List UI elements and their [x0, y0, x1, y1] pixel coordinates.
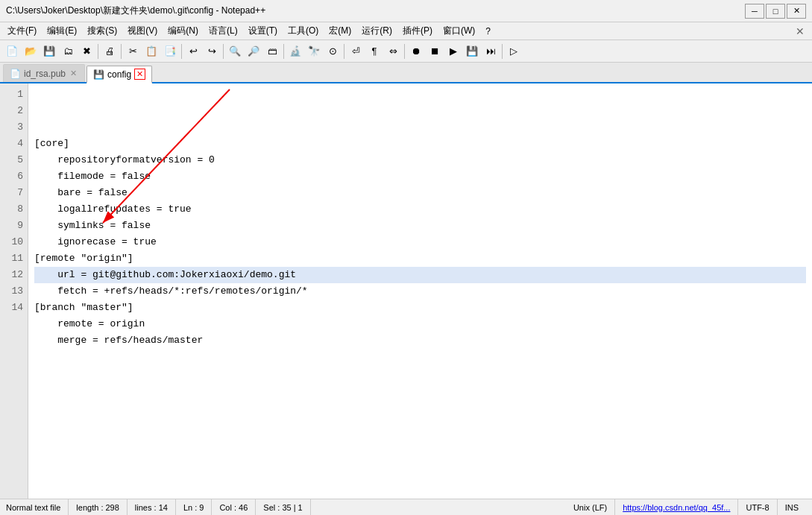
tb-findinnext[interactable]: 🗃 — [263, 42, 281, 60]
code-line-11: [branch "master"] — [34, 300, 806, 316]
tb-cut[interactable]: ✂ — [124, 42, 142, 60]
line-number-6: 6 — [6, 168, 23, 185]
line-number-4: 4 — [6, 136, 23, 152]
line-number-9: 9 — [6, 218, 23, 234]
tb-undo[interactable]: ↩ — [184, 42, 202, 60]
line-number-8: 8 — [6, 201, 23, 218]
toolbar-sep-2 — [121, 44, 122, 59]
status-encoding: Unix (LF) — [566, 499, 615, 515]
menu-run[interactable]: 运行(R) — [357, 24, 397, 39]
menu-tools[interactable]: 工具(O) — [283, 24, 323, 39]
code-line-4: bare = false — [34, 185, 806, 201]
tab-close-icon[interactable]: ✕ — [69, 69, 78, 78]
tabs-bar: 📄 id_rsa.pub ✕ 💾 config ✕ — [0, 63, 812, 83]
code-line-12: remote = origin — [34, 316, 806, 332]
code-line-13: merge = refs/heads/master — [34, 332, 806, 349]
code-line-9: url = git@github.com:Jokerxiaoxi/demo.gi… — [34, 267, 806, 283]
menu-search[interactable]: 搜索(S) — [83, 24, 122, 39]
line-number-14: 14 — [6, 300, 23, 316]
tab-label: config — [107, 69, 131, 80]
status-ins: INS — [778, 499, 806, 515]
tb-paste[interactable]: 📑 — [161, 42, 179, 60]
code-line-10: fetch = +refs/heads/*:refs/remotes/origi… — [34, 283, 806, 300]
toolbar-sep-6 — [344, 44, 344, 59]
tab-label: id_rsa.pub — [24, 69, 66, 79]
tb-new[interactable]: 📄 — [3, 42, 21, 60]
line-number-13: 13 — [6, 283, 23, 300]
col-text: Col : 46 — [219, 503, 248, 512]
title-bar: C:\Users\Joker\Desktop\新建文件夹\demo\.git\c… — [0, 0, 812, 22]
menu-help[interactable]: ? — [481, 24, 495, 39]
code-line-3: filemode = false — [34, 168, 806, 185]
menu-language[interactable]: 语言(L) — [204, 24, 242, 39]
minimize-button[interactable]: ─ — [745, 4, 764, 19]
status-lines: lines : 14 — [128, 499, 176, 515]
tb-zoom-reset[interactable]: ⊙ — [324, 42, 342, 60]
length-text: length : 298 — [76, 503, 119, 512]
tb-macro-stop[interactable]: ⏹ — [426, 42, 444, 60]
window-controls: ─ □ ✕ — [745, 4, 806, 19]
tb-zoom-out[interactable]: 🔭 — [305, 42, 323, 60]
tb-find[interactable]: 🔍 — [226, 42, 244, 60]
menu-window[interactable]: 窗口(W) — [438, 24, 479, 39]
tb-macro-rec[interactable]: ⏺ — [407, 42, 425, 60]
code-line-7: ignorecase = true — [34, 234, 806, 250]
tb-allchars[interactable]: ¶ — [365, 42, 383, 60]
tb-print[interactable]: 🖨 — [101, 42, 119, 60]
close-button[interactable]: ✕ — [787, 4, 806, 19]
line-number-10: 10 — [6, 234, 23, 250]
code-line-14 — [34, 349, 806, 365]
link-text[interactable]: https://blog.csdn.net/qq_45f... — [623, 503, 730, 512]
status-position: Ln : 9 — [176, 499, 213, 515]
menu-plugins[interactable]: 插件(P) — [398, 24, 437, 39]
tb-redo[interactable]: ↪ — [203, 42, 221, 60]
tab-config[interactable]: 💾 config ✕ — [86, 66, 152, 83]
tb-zoom-in[interactable]: 🔬 — [286, 42, 304, 60]
tb-macro-play[interactable]: ▶ — [444, 42, 462, 60]
status-length: length : 298 — [69, 499, 128, 515]
menu-bar: 文件(F) 编辑(E) 搜索(S) 视图(V) 编码(N) 语言(L) 设置(T… — [0, 22, 812, 40]
status-file-type: Normal text file — [6, 499, 69, 515]
editor-container: 1234567891011121314 [core] repositoryfor… — [0, 83, 812, 499]
toolbar: 📄 📂 💾 🗂 ✖ 🖨 ✂ 📋 📑 ↩ ↪ 🔍 🔎 🗃 🔬 🔭 ⊙ ⏎ ¶ ⇔ … — [0, 40, 812, 63]
tab-close-icon[interactable]: ✕ — [134, 69, 145, 80]
tb-macro-save[interactable]: 💾 — [463, 42, 481, 60]
tb-run[interactable]: ▷ — [505, 42, 523, 60]
charset-text: UTF-8 — [746, 503, 769, 512]
menu-close-icon[interactable]: ✕ — [791, 25, 809, 37]
position-text: Ln : 9 — [183, 503, 204, 512]
menu-encoding[interactable]: 编码(N) — [163, 24, 203, 39]
title-text: C:\Users\Joker\Desktop\新建文件夹\demo\.git\c… — [6, 4, 265, 17]
encoding-text: Unix (LF) — [573, 503, 607, 512]
menu-view[interactable]: 视图(V) — [123, 24, 162, 39]
menu-macro[interactable]: 宏(M) — [324, 24, 356, 39]
ins-text: INS — [785, 503, 799, 512]
status-col: Col : 46 — [212, 499, 256, 515]
tb-findreplace[interactable]: 🔎 — [245, 42, 262, 60]
maximize-button[interactable]: □ — [766, 4, 785, 19]
line-number-12: 12 — [6, 267, 23, 283]
tab-modified-icon: 💾 — [93, 69, 104, 80]
menu-file[interactable]: 文件(F) — [3, 24, 41, 39]
tb-copy[interactable]: 📋 — [142, 42, 160, 60]
tb-wordwrap[interactable]: ⏎ — [347, 42, 365, 60]
status-charset: UTF-8 — [738, 499, 777, 515]
tab-id-rsa-pub[interactable]: 📄 id_rsa.pub ✕ — [3, 64, 85, 82]
menu-settings[interactable]: 设置(T) — [244, 24, 282, 39]
status-link[interactable]: https://blog.csdn.net/qq_45f... — [615, 499, 738, 515]
code-line-1: [core] — [34, 136, 806, 152]
code-line-2: repositoryformatversion = 0 — [34, 152, 806, 168]
tb-saveall[interactable]: 🗂 — [59, 42, 77, 60]
menu-edit[interactable]: 编辑(E) — [43, 24, 81, 39]
toolbar-sep-3 — [181, 44, 182, 59]
tb-macro-run[interactable]: ⏭ — [482, 42, 500, 60]
code-line-6: symlinks = false — [34, 218, 806, 234]
tb-save[interactable]: 💾 — [40, 42, 58, 60]
line-number-1: 1 — [6, 86, 23, 103]
tb-close[interactable]: ✖ — [78, 42, 95, 60]
line-number-3: 3 — [6, 119, 23, 136]
sel-text: Sel : 35 | 1 — [263, 503, 302, 512]
tb-syncscroll[interactable]: ⇔ — [384, 42, 402, 60]
tb-open[interactable]: 📂 — [22, 42, 40, 60]
editor-content[interactable]: [core] repositoryformatversion = 0 filem… — [28, 83, 812, 499]
